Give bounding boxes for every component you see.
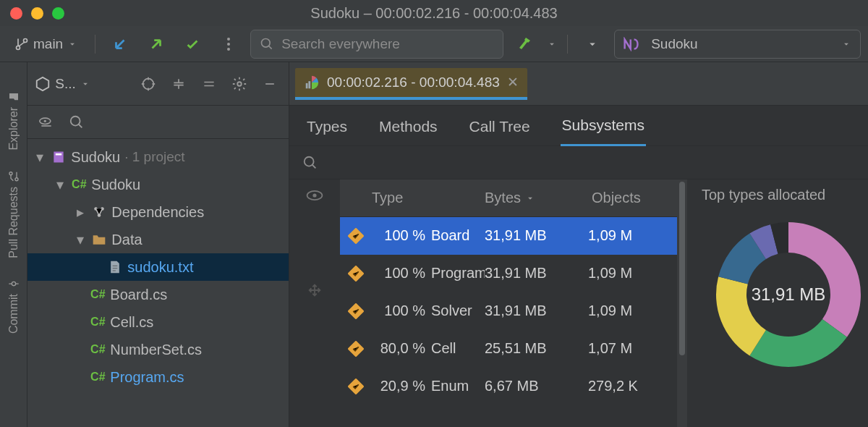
tree-file-program[interactable]: C# Program.cs xyxy=(27,363,289,391)
svg-point-8 xyxy=(237,82,242,86)
expand-all-button[interactable] xyxy=(167,72,190,96)
cell-objects: 1,09 M xyxy=(582,303,677,319)
file-label: Program.cs xyxy=(110,369,184,386)
eye-icon[interactable] xyxy=(305,188,324,203)
pull-requests-tool[interactable]: Pull Requests xyxy=(7,161,20,269)
tree-dependencies[interactable]: ▸ Dependencies xyxy=(27,198,289,226)
allocation-table: Type Bytes Objects 100 % Board 31,91 MB … xyxy=(340,179,677,427)
branch-icon xyxy=(14,37,29,51)
cell-type: Enum xyxy=(431,378,485,394)
cell-pct: 100 % xyxy=(372,265,431,282)
chart-title: Top types allocated xyxy=(702,187,868,203)
hide-button[interactable] xyxy=(258,72,281,96)
separator xyxy=(567,35,568,54)
explorer-label: Explorer xyxy=(7,107,20,151)
chart-panel: Top types allocated 31,91 MB xyxy=(687,179,868,427)
commit-tool[interactable]: Commit xyxy=(7,268,20,344)
solution-selector[interactable]: S... xyxy=(35,76,129,92)
table-row[interactable]: 100 % Program 31,91 MB 1,09 M xyxy=(340,255,677,292)
run-config-name: Sudoku xyxy=(651,36,697,52)
settings-button[interactable] xyxy=(228,72,251,96)
cell-pct: 80,0 % xyxy=(372,340,431,357)
tab-methods[interactable]: Methods xyxy=(378,109,439,145)
chevron-right-icon: ▸ xyxy=(74,203,87,221)
run-history-button[interactable] xyxy=(578,31,607,57)
main-toolbar: main Search everywhere Sudoku xyxy=(0,26,868,62)
expand-all-icon xyxy=(171,77,186,91)
tree-file-numberset[interactable]: C# NumberSet.cs xyxy=(27,336,289,363)
solution-icon xyxy=(51,149,67,165)
minus-icon xyxy=(263,77,277,91)
sort-desc-icon xyxy=(525,193,535,203)
collapse-all-button[interactable] xyxy=(197,72,221,96)
search-icon[interactable] xyxy=(302,155,318,171)
fullscreen-window-button[interactable] xyxy=(52,7,64,20)
root-name: Sudoku xyxy=(71,149,120,166)
gear-icon xyxy=(231,76,247,92)
tab-subsystems[interactable]: Subsystems xyxy=(561,108,646,146)
tree-project[interactable]: ▾ C# Sudoku xyxy=(27,171,289,198)
col-bytes[interactable]: Bytes xyxy=(485,190,586,206)
tree-root[interactable]: ▾ Sudoku · 1 project xyxy=(27,143,289,171)
subsystem-icon xyxy=(348,228,364,244)
build-button[interactable] xyxy=(511,31,540,57)
chevron-down-icon xyxy=(586,38,599,51)
svg-point-19 xyxy=(312,193,316,197)
col-objects[interactable]: Objects xyxy=(586,190,677,206)
git-branch-selector[interactable]: main xyxy=(7,31,85,57)
chevron-down-icon: ▾ xyxy=(54,176,67,193)
col-type[interactable]: Type xyxy=(372,190,485,206)
editor-tab-profiler[interactable]: 00:00:02.216 - 00:00:04.483 ✕ xyxy=(295,68,527,100)
vcs-commit-button[interactable] xyxy=(142,31,171,57)
dependencies-icon xyxy=(91,204,107,220)
csharp-file-icon: C# xyxy=(90,342,106,358)
solution-icon xyxy=(35,76,51,92)
filter-search-button[interactable] xyxy=(65,111,88,134)
separator xyxy=(95,35,95,54)
svg-point-7 xyxy=(143,78,154,89)
run-config-selector[interactable]: Sudoku xyxy=(614,30,861,59)
search-everywhere[interactable]: Search everywhere xyxy=(250,30,503,59)
commit-label: Commit xyxy=(7,294,20,334)
pull-requests-label: Pull Requests xyxy=(7,187,20,258)
vcs-more-button[interactable] xyxy=(214,31,243,57)
tab-types[interactable]: Types xyxy=(305,109,349,145)
table-row[interactable]: 100 % Board 31,91 MB 1,09 M xyxy=(340,217,677,255)
folder-icon xyxy=(8,91,20,103)
file-label: Board.cs xyxy=(110,287,167,303)
collapse-all-icon xyxy=(202,77,216,91)
table-row[interactable]: 20,9 % Enum 6,67 MB 279,2 K xyxy=(340,368,677,405)
minimize-window-button[interactable] xyxy=(31,7,43,20)
explorer-tool[interactable]: Explorer xyxy=(7,81,20,161)
target-button[interactable] xyxy=(137,72,160,96)
svg-point-2 xyxy=(227,48,230,51)
tree-file-cell[interactable]: C# Cell.cs xyxy=(27,308,289,336)
close-tab-button[interactable]: ✕ xyxy=(507,74,519,90)
svg-point-5 xyxy=(9,172,12,175)
csharp-project-icon: C# xyxy=(71,177,87,193)
chevron-down-icon: ▾ xyxy=(74,231,87,248)
profiler-data-area: Type Bytes Objects 100 % Board 31,91 MB … xyxy=(289,179,868,427)
text-file-icon xyxy=(107,259,123,275)
tree-folder-data[interactable]: ▾ Data xyxy=(27,226,289,253)
table-row[interactable]: 100 % Solver 31,91 MB 1,09 M xyxy=(340,292,677,330)
allocation-donut-chart[interactable]: 31,91 MB xyxy=(709,215,868,374)
folder-label: Data xyxy=(111,232,142,248)
commit-icon xyxy=(8,278,20,289)
close-window-button[interactable] xyxy=(10,7,22,20)
table-row[interactable]: 80,0 % Cell 25,51 MB 1,07 M xyxy=(340,330,677,368)
svg-point-3 xyxy=(262,38,271,47)
tree-file-sudoku-txt[interactable]: sudoku.txt xyxy=(27,253,289,281)
window-title: Sudoku – 00:00:02.216 - 00:00:04.483 xyxy=(310,5,557,22)
cell-bytes: 31,91 MB xyxy=(485,227,582,244)
scope-button[interactable] xyxy=(35,111,58,134)
vcs-check-button[interactable] xyxy=(178,31,207,57)
table-scrollbar[interactable] xyxy=(677,179,687,427)
vcs-update-button[interactable] xyxy=(106,31,135,57)
solution-label: S... xyxy=(55,76,76,92)
tab-call-tree[interactable]: Call Tree xyxy=(468,109,532,145)
svg-point-4 xyxy=(15,178,18,181)
move-icon[interactable] xyxy=(307,282,323,298)
svg-point-17 xyxy=(305,156,314,166)
tree-file-board[interactable]: C# Board.cs xyxy=(27,281,289,308)
